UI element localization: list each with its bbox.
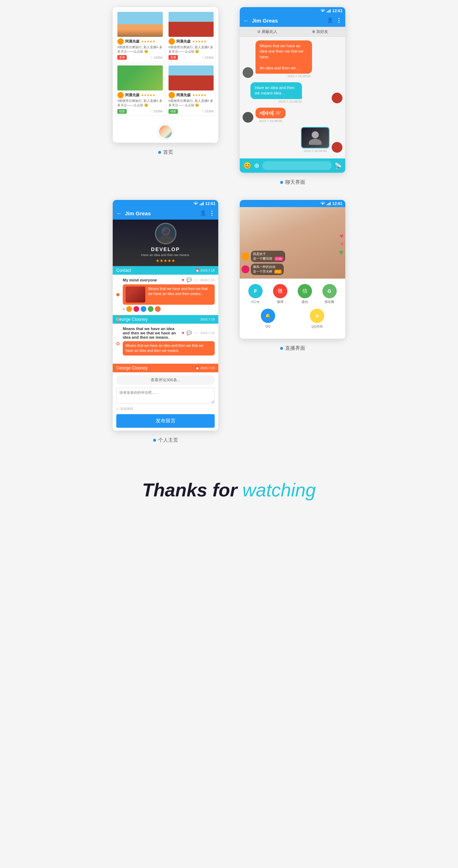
chat-msg-wrap-1: Means that we have an idea and then we t… <box>255 40 342 78</box>
emoji-icon[interactable]: 😊 <box>243 162 251 170</box>
user-icon[interactable]: 👤 <box>327 17 333 24</box>
wechat-label: 微信 <box>302 300 308 304</box>
chat-avatar-3 <box>243 112 253 123</box>
qqzone-symbol: ★ <box>315 313 320 319</box>
chat-bubble-2: Have an idea and then we means idea .. <box>250 82 302 99</box>
comment-icon-2[interactable]: 💬 <box>186 330 192 335</box>
reaction-heart[interactable]: ♥ <box>123 307 125 311</box>
share-item-qq[interactable]: 🔔 QQ <box>261 309 275 329</box>
chat-msg-wrap-4: 2015.7.15.08:00 <box>301 127 330 153</box>
profile-more-icon[interactable]: ⋮ <box>209 210 215 217</box>
share-item-moments[interactable]: ♻ 朋友圈 <box>322 284 337 304</box>
share-item-qqzone[interactable]: ★ QQ空间 <box>310 309 324 329</box>
block-label: 屏蔽此人 <box>262 29 277 34</box>
chat-time-1: 2015.7.15.08:00 <box>255 74 342 78</box>
george-name: George Clooney <box>116 317 147 322</box>
comment-icon[interactable]: 💬 <box>186 278 192 283</box>
footer-1: 直播 ♡ 23356 <box>117 55 163 60</box>
heart-icon[interactable]: ♥ <box>182 278 184 283</box>
profile-user-icon[interactable]: 👤 <box>200 210 206 217</box>
qqzone-label: QQ空间 <box>311 324 323 329</box>
beach-image <box>117 12 163 37</box>
more-icon[interactable]: ⋮ <box>336 17 342 24</box>
moments-icon: ♻ <box>322 284 337 298</box>
add-friend-button[interactable]: ⊕ 加好友 <box>312 29 328 34</box>
profile-back-icon[interactable]: ← <box>116 210 122 217</box>
avatar-2 <box>169 38 175 45</box>
gift-text-2: 送一个荧光棒 <box>253 270 272 273</box>
fling-label: F口令 <box>252 300 260 304</box>
add-emotion[interactable]: ↵ 添加表情 <box>116 407 215 411</box>
send-icon[interactable]: 📡 <box>335 162 342 169</box>
more-dots-icon[interactable]: ⋯ <box>194 278 198 283</box>
contact-thumb-1 <box>126 286 145 303</box>
view-comments[interactable]: 查看评论306条... <box>116 375 215 385</box>
commenter-avatar-2 <box>242 265 249 273</box>
main-container: 阿晨先森 ★★★★★ #斯德哥尔摩旅行, 新人直播# 多多关注——么么哒 😊 直… <box>0 0 458 544</box>
share-row-2: 🔔 QQ ★ QQ空间 <box>243 309 342 329</box>
profile-status-bar: 12:61 <box>113 200 218 207</box>
feed-grid: 阿晨先森 ★★★★★ #斯德哥尔摩旅行, 新人直播# 多多关注——么么哒 😊 直… <box>113 7 218 118</box>
desc-4: #斯德哥尔摩旅行, 新人直播# 多多关注——么么哒 😊 <box>169 99 214 107</box>
contact-text-1: Means that we have and then we that we h… <box>148 286 212 303</box>
comment-input[interactable] <box>116 388 215 404</box>
wave-bar <box>263 111 264 116</box>
plus-icon[interactable]: ⊕ <box>254 162 259 170</box>
profile-phone: 12:61 ← Jim Greas 👤 ⋮ <box>113 200 218 431</box>
leave-comment: Leave that we have an idea and ... <box>123 357 215 361</box>
item-time-2: 2015.7.15 <box>200 331 215 335</box>
comments-section: 查看评论306条... ↵ 添加表情 发布留言 <box>113 372 218 431</box>
chat-avatar-1 <box>243 67 253 78</box>
commenter-name-2: 像风一样的自由 <box>253 265 276 269</box>
qq-icon: 🔔 <box>261 309 275 323</box>
stars-3: ★★★★★ <box>141 93 155 97</box>
share-item-wechat[interactable]: 信 微信 <box>298 284 312 304</box>
block-button[interactable]: ⊘ 屏蔽此人 <box>257 29 277 34</box>
profile-stars: ★★★★★ <box>156 258 175 263</box>
live-phone: 12:61 直播Live 关注 <box>240 200 345 339</box>
heart-icon-2[interactable]: ♥ <box>182 330 184 335</box>
live-gift-icons: ♥ ♥ ♥ <box>339 232 344 257</box>
reaction-avatar-3 <box>141 306 146 312</box>
voice-bubble[interactable]: 25" <box>255 108 286 118</box>
live-comment-1: 我是狄子 送一个樱花雨 X 08 <box>242 251 285 262</box>
chat-msg-wrap-2: Have an idea and then we means idea .. 2… <box>250 82 330 103</box>
feed-card-user-3: 阿晨先森 ★★★★★ <box>117 92 163 98</box>
share-item-weibo[interactable]: 微 微博 <box>273 284 287 304</box>
reaction-avatar-4 <box>148 306 154 312</box>
like-count-1: ♡ 23356 <box>150 56 162 59</box>
heart-3: ♥ <box>339 248 344 257</box>
contact-title: Contact <box>116 268 131 273</box>
voice-wave <box>260 111 273 116</box>
svg-rect-21 <box>330 202 331 205</box>
chat-row-3: 25" 2015.7.15.08:00 <box>243 108 342 123</box>
chat-time-4: 2015.7.15.08:00 <box>301 149 330 153</box>
share-row-1: F F口令 微 微博 <box>243 284 342 304</box>
feed-card-user-2: 阿晨先森 ★★★★★ <box>169 38 214 45</box>
profile-cover: DEVELOP Have an idea and then we means. … <box>113 220 218 266</box>
add-icon: ⊕ <box>312 29 315 34</box>
svg-rect-4 <box>329 10 330 13</box>
wave-bar <box>265 112 266 114</box>
feed-card-3: 阿晨先森 ★★★★★ #斯德哥尔摩旅行, 新人直播# 多多关注——么么哒 😊 组… <box>115 63 165 116</box>
submit-button[interactable]: 发布留言 <box>116 414 215 428</box>
share-item-fling[interactable]: F F口令 <box>248 284 263 304</box>
live-badge-1: 直播 <box>117 55 127 60</box>
contact-item-content-1: Means that we have and then we that we h… <box>123 284 215 305</box>
chat-phone-wrapper: 12:61 ← Jim Greas 👤 ⋮ ⊘ 屏蔽此人 <box>240 7 345 186</box>
chat-back-icon[interactable]: ← <box>243 18 249 24</box>
wave-bar <box>267 111 268 115</box>
chat-time-3: 2015.7.15.08:00 <box>255 119 286 123</box>
more-dots-icon-2[interactable]: ⋯ <box>194 330 198 335</box>
castle-image <box>169 12 214 37</box>
avatar-4 <box>169 92 175 98</box>
reaction-avatar-1 <box>126 306 132 312</box>
photo-bubble[interactable] <box>301 127 330 148</box>
contact-item-header-1: My mind everyone ♥ 💬 ⋯ 2015.7.15 <box>123 278 215 283</box>
weibo-label: 微博 <box>277 300 283 304</box>
feed-card-image-2 <box>169 12 214 37</box>
chat-input[interactable] <box>262 161 332 170</box>
live-dot <box>280 347 283 350</box>
svg-rect-8 <box>200 204 200 205</box>
live-signal-icon <box>327 202 331 205</box>
